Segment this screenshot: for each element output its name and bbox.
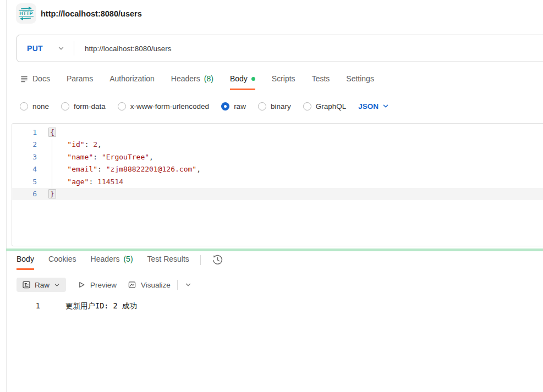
tab-docs[interactable]: Docs bbox=[20, 74, 50, 90]
response-body-text: 更新用户ID: 2 成功 bbox=[65, 300, 137, 311]
pane-resize-handle[interactable] bbox=[6, 249, 543, 251]
response-history-button[interactable] bbox=[212, 254, 223, 266]
method-label: PUT bbox=[27, 44, 43, 53]
chevron-down-icon bbox=[184, 281, 192, 289]
response-tab-cookies[interactable]: Cookies bbox=[48, 255, 76, 270]
chevron-down-icon bbox=[53, 281, 61, 289]
code-line-4: 4 "email": "zjm88822201@126.com", bbox=[12, 163, 543, 175]
method-dropdown[interactable]: PUT bbox=[17, 44, 74, 53]
controls-separator bbox=[177, 280, 178, 290]
request-tabs: Docs Params Authorization Headers (8) Bo… bbox=[20, 74, 374, 90]
code-line-5: 5 "age": 114514 bbox=[12, 176, 543, 188]
tab-params[interactable]: Params bbox=[67, 74, 93, 90]
body-type-form-data-label: form-data bbox=[74, 102, 106, 111]
request-title: http://localhost:8080/users bbox=[41, 9, 142, 18]
tab-body[interactable]: Body bbox=[230, 74, 255, 90]
tab-docs-label: Docs bbox=[32, 74, 50, 83]
tab-tests[interactable]: Tests bbox=[312, 74, 330, 90]
raw-text-icon bbox=[22, 280, 31, 289]
tab-headers-label: Headers bbox=[171, 74, 200, 83]
radio-checked-icon bbox=[221, 102, 229, 111]
body-type-urlencoded-label: x-www-form-urlencoded bbox=[130, 102, 209, 111]
response-tab-headers-label: Headers bbox=[91, 255, 120, 263]
response-tab-test-results-label: Test Results bbox=[147, 255, 189, 263]
response-view-controls: Raw Preview Visualize bbox=[17, 278, 192, 292]
arrow-left-icon bbox=[19, 16, 33, 21]
tab-settings[interactable]: Settings bbox=[346, 74, 374, 90]
body-type-binary-label: binary bbox=[271, 102, 291, 111]
preview-label: Preview bbox=[90, 281, 117, 289]
response-tab-body[interactable]: Body bbox=[17, 255, 34, 270]
code-line-6: 6 } bbox=[12, 188, 543, 200]
tab-params-label: Params bbox=[67, 74, 93, 83]
line-number: 6 bbox=[12, 188, 37, 200]
request-header: HTTP http://localhost:8080/users bbox=[16, 3, 142, 24]
tab-headers[interactable]: Headers (8) bbox=[171, 74, 213, 90]
body-type-urlencoded[interactable]: x-www-form-urlencoded bbox=[118, 102, 209, 111]
tab-authorization[interactable]: Authorization bbox=[109, 74, 155, 90]
line-number: 4 bbox=[12, 163, 37, 175]
image-icon bbox=[128, 280, 136, 289]
preview-button[interactable]: Preview bbox=[77, 280, 117, 289]
line-number: 3 bbox=[12, 151, 37, 163]
body-type-none-label: none bbox=[32, 102, 49, 111]
code-line-2: 2 "id": 2, bbox=[12, 139, 543, 151]
code-line-1: 1 { bbox=[12, 126, 543, 139]
body-type-row: none form-data x-www-form-urlencoded raw… bbox=[20, 99, 390, 113]
open-brace: { bbox=[48, 128, 56, 137]
response-tab-body-label: Body bbox=[17, 255, 34, 263]
line-number: 2 bbox=[12, 139, 37, 151]
body-type-graphql-label: GraphQL bbox=[316, 102, 347, 111]
radio-icon bbox=[303, 102, 311, 111]
response-line-number: 1 bbox=[17, 300, 40, 311]
raw-view-label: Raw bbox=[35, 281, 50, 289]
history-clock-icon bbox=[212, 254, 223, 266]
response-tabs-separator bbox=[200, 255, 201, 265]
docs-icon bbox=[20, 74, 29, 83]
line-number: 1 bbox=[12, 126, 37, 139]
body-type-binary[interactable]: binary bbox=[258, 102, 291, 111]
radio-icon bbox=[20, 102, 28, 111]
response-body: 1 更新用户ID: 2 成功 bbox=[17, 300, 137, 311]
response-tab-headers-count: (5) bbox=[123, 255, 133, 263]
tab-headers-count: (8) bbox=[204, 74, 213, 83]
close-brace: } bbox=[48, 189, 56, 198]
modified-indicator-dot bbox=[251, 77, 255, 81]
url-input[interactable] bbox=[74, 45, 543, 53]
code-line-3: 3 "name": "ErgouTree", bbox=[12, 151, 543, 163]
panel-left-border bbox=[6, 0, 7, 392]
more-views-dropdown[interactable] bbox=[184, 281, 192, 289]
http-icon-label: HTTP bbox=[19, 10, 34, 16]
tab-authorization-label: Authorization bbox=[109, 74, 155, 83]
radio-icon bbox=[258, 102, 266, 111]
chevron-down-icon bbox=[57, 45, 65, 52]
response-tab-headers[interactable]: Headers (5) bbox=[91, 255, 133, 270]
response-tab-cookies-label: Cookies bbox=[48, 255, 76, 263]
tab-scripts[interactable]: Scripts bbox=[272, 74, 295, 90]
raw-view-dropdown[interactable]: Raw bbox=[17, 278, 66, 292]
line-number: 5 bbox=[12, 176, 37, 188]
response-tabs: Body Cookies Headers (5) Test Results bbox=[17, 254, 223, 270]
tab-settings-label: Settings bbox=[346, 74, 374, 83]
body-type-none[interactable]: none bbox=[20, 102, 49, 111]
tab-tests-label: Tests bbox=[312, 74, 330, 83]
radio-icon bbox=[61, 102, 69, 111]
http-request-icon: HTTP bbox=[16, 3, 36, 24]
response-tab-test-results[interactable]: Test Results bbox=[147, 255, 189, 270]
tab-body-label: Body bbox=[230, 74, 248, 83]
chevron-down-icon bbox=[382, 102, 390, 110]
visualize-label: Visualize bbox=[141, 281, 171, 289]
tab-scripts-label: Scripts bbox=[272, 74, 295, 83]
visualize-button[interactable]: Visualize bbox=[128, 280, 171, 289]
radio-icon bbox=[118, 102, 126, 111]
arrow-right-icon bbox=[19, 6, 33, 10]
language-selector-label: JSON bbox=[358, 102, 379, 111]
body-type-graphql[interactable]: GraphQL bbox=[303, 102, 347, 111]
language-selector-dropdown[interactable]: JSON bbox=[358, 102, 390, 111]
play-icon bbox=[77, 280, 86, 289]
body-type-raw-label: raw bbox=[234, 102, 246, 111]
url-bar: PUT bbox=[17, 35, 543, 62]
request-body-editor[interactable]: 1 { 2 "id": 2, 3 "name": "ErgouTree", 4 … bbox=[12, 123, 543, 246]
body-type-raw[interactable]: raw bbox=[221, 102, 246, 111]
body-type-form-data[interactable]: form-data bbox=[61, 102, 106, 111]
